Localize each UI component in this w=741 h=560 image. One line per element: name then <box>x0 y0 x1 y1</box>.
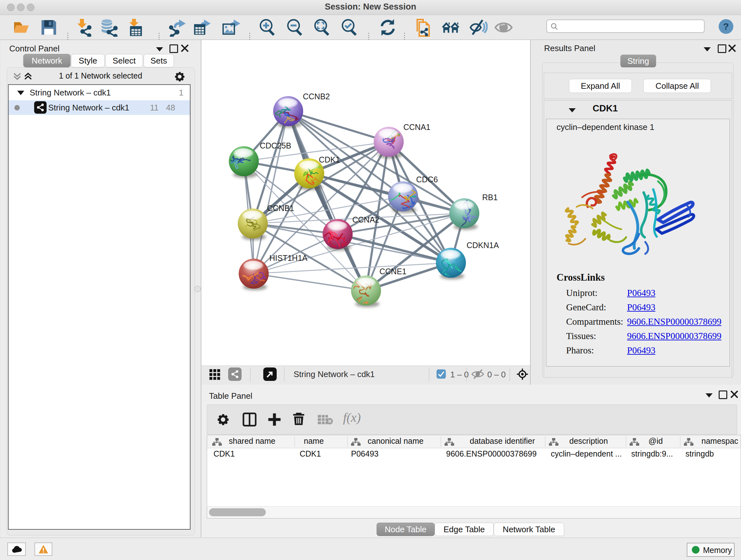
svg-text:HIST1H1A: HIST1H1A <box>269 253 308 262</box>
svg-text:CCNA2: CCNA2 <box>352 215 380 224</box>
svg-text:CDKN1A: CDKN1A <box>467 241 499 250</box>
svg-text:CCNB2: CCNB2 <box>303 92 330 101</box>
svg-text:CCNE1: CCNE1 <box>380 267 407 276</box>
svg-text:CCNB1: CCNB1 <box>267 204 294 212</box>
svg-text:CDK1: CDK1 <box>319 155 340 164</box>
svg-text:RB1: RB1 <box>482 193 498 202</box>
svg-text:CDC25B: CDC25B <box>260 141 291 150</box>
svg-text:CCNA1: CCNA1 <box>403 123 430 132</box>
svg-text:CDC6: CDC6 <box>416 175 438 184</box>
